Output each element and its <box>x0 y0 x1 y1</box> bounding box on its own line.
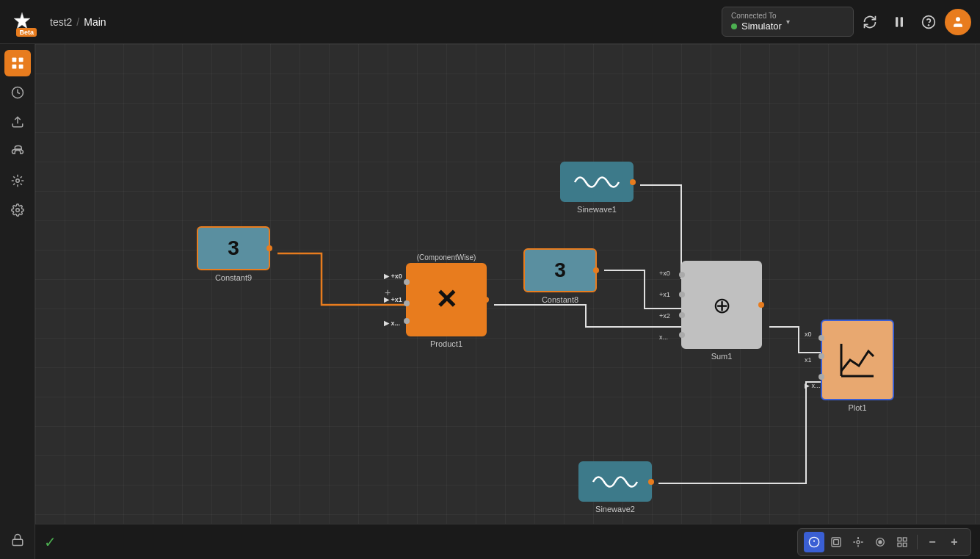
sidebar-item-python[interactable] <box>4 138 31 165</box>
svg-point-24 <box>879 541 882 544</box>
zoom-in-icon: + <box>951 535 957 549</box>
connections-svg <box>35 44 980 524</box>
product1-top-label: (ComponentWise) <box>417 253 476 262</box>
sum1-in1-port[interactable] <box>679 292 685 297</box>
sidebar-item-registry[interactable] <box>4 167 31 194</box>
plot1-in1-port[interactable] <box>819 353 824 359</box>
sum1-inN-port[interactable] <box>679 332 685 338</box>
plot1-inN-label: ▶ x... <box>805 382 821 389</box>
sync-button[interactable] <box>857 9 883 35</box>
canvas[interactable]: 3 Constant9 + (ComponentWise) ▶ +x0 ▶ +x… <box>35 44 980 524</box>
breadcrumb: test2 / Main <box>50 16 106 28</box>
sinewave2-label: Sinewave2 <box>595 505 635 513</box>
svg-point-5 <box>956 17 960 21</box>
sidebar <box>0 44 35 559</box>
connection-selector[interactable]: Connected To Simulator ▾ <box>722 7 854 37</box>
constant8-label: Constant8 <box>542 295 578 304</box>
sidebar-item-history[interactable] <box>4 79 31 106</box>
node-sinewave2[interactable]: Sinewave2 <box>578 461 652 513</box>
product1-out-port[interactable] <box>483 297 489 303</box>
page-name[interactable]: Main <box>84 16 106 28</box>
product1-label: Product1 <box>430 339 462 348</box>
tool-grid-button[interactable] <box>892 532 912 552</box>
node-sinewave1[interactable]: Sinewave1 <box>560 162 634 214</box>
node-constant9[interactable]: 3 Constant9 <box>197 226 270 282</box>
pause-button[interactable] <box>886 9 912 35</box>
sinewave1-out-port[interactable] <box>630 179 636 185</box>
plot1-box: x0 x1 ▶ x... <box>821 320 894 400</box>
connection-label: Connected To <box>731 12 782 20</box>
svg-rect-14 <box>12 539 23 545</box>
project-name[interactable]: test2 <box>50 16 72 28</box>
product1-in0-port[interactable] <box>404 279 410 285</box>
tool-info-button[interactable] <box>804 532 824 552</box>
tool-divider <box>917 535 918 549</box>
svg-rect-9 <box>18 65 23 69</box>
status-check-icon: ✓ <box>44 533 57 551</box>
constant9-value: 3 <box>228 237 239 260</box>
plot1-in1-label: x1 <box>805 356 821 364</box>
sum1-in2-port[interactable] <box>679 312 685 318</box>
tool-record-button[interactable] <box>870 532 890 552</box>
product1-symbol: ✕ <box>435 284 457 315</box>
sum1-box: +x0 +x1 +x2 x... ⊕ <box>681 261 762 349</box>
tool-move-button[interactable] <box>848 532 868 552</box>
chevron-down-icon: ▾ <box>786 18 790 26</box>
plot1-inN-port[interactable] <box>819 374 824 380</box>
constant8-out-port[interactable] <box>593 267 599 273</box>
sidebar-item-grid[interactable] <box>4 50 31 76</box>
svg-rect-27 <box>898 543 901 547</box>
svg-rect-25 <box>898 538 901 541</box>
node-sum1[interactable]: +x0 +x1 +x2 x... ⊕ Sum1 <box>681 261 762 361</box>
sinewave2-box <box>578 461 652 502</box>
sum1-label: Sum1 <box>711 352 733 361</box>
connection-value: Simulator <box>741 21 782 32</box>
svg-rect-26 <box>903 538 907 541</box>
plot1-label: Plot1 <box>848 403 866 412</box>
node-product1[interactable]: (ComponentWise) ▶ +x0 ▶ +x1 ▶ x... ✕ Pro… <box>406 253 487 348</box>
tool-screenshot-button[interactable] <box>826 532 846 552</box>
sidebar-item-settings[interactable] <box>4 197 31 223</box>
node-plot1[interactable]: x0 x1 ▶ x... Plot1 <box>821 320 894 412</box>
sum1-in0-port[interactable] <box>679 272 685 278</box>
svg-rect-21 <box>834 539 839 544</box>
svg-marker-0 <box>14 12 30 29</box>
sinewave1-box <box>560 162 634 202</box>
beta-badge: Beta <box>16 28 37 37</box>
sum1-in1-label: +x1 <box>659 291 670 298</box>
svg-rect-2 <box>901 17 903 26</box>
constant9-label: Constant9 <box>215 273 252 282</box>
help-button[interactable] <box>915 9 942 35</box>
constant8-value: 3 <box>554 259 566 282</box>
tool-zoom-out-button[interactable]: − <box>922 532 943 552</box>
sum1-in2-label: +x2 <box>659 312 670 320</box>
node-constant8[interactable]: 3 Constant8 <box>523 248 597 304</box>
connection-status-dot <box>731 24 737 29</box>
bottombar: ✓ − + <box>35 524 980 559</box>
product1-in1-label: ▶ +x1 <box>384 296 402 303</box>
zoom-out-icon: − <box>929 535 935 549</box>
sinewave1-label: Sinewave1 <box>577 205 617 214</box>
sum1-inN-label: x... <box>659 333 670 341</box>
user-avatar[interactable] <box>945 9 971 35</box>
sinewave2-out-port[interactable] <box>648 479 654 485</box>
sum1-in0-label: +x0 <box>659 270 670 277</box>
svg-point-13 <box>15 209 19 212</box>
sum1-out-port[interactable] <box>758 302 764 308</box>
product1-in0-label: ▶ +x0 <box>384 273 402 280</box>
svg-rect-1 <box>896 17 898 26</box>
constant8-box: 3 <box>523 248 597 292</box>
sum1-symbol: ⊕ <box>713 292 731 318</box>
plot1-in0-port[interactable] <box>819 335 824 341</box>
constant9-box: 3 <box>197 226 270 270</box>
product1-inN-port[interactable] <box>404 318 410 324</box>
constant9-out-port[interactable] <box>266 245 272 251</box>
breadcrumb-sep: / <box>76 16 79 28</box>
svg-rect-7 <box>18 58 23 62</box>
sidebar-item-lock[interactable] <box>4 527 31 553</box>
bottom-tools: − + <box>797 528 971 556</box>
logo-area: Beta <box>9 9 35 35</box>
sidebar-item-export[interactable] <box>4 109 31 135</box>
tool-zoom-in-button[interactable]: + <box>944 532 965 552</box>
product1-in1-port[interactable] <box>404 300 410 306</box>
